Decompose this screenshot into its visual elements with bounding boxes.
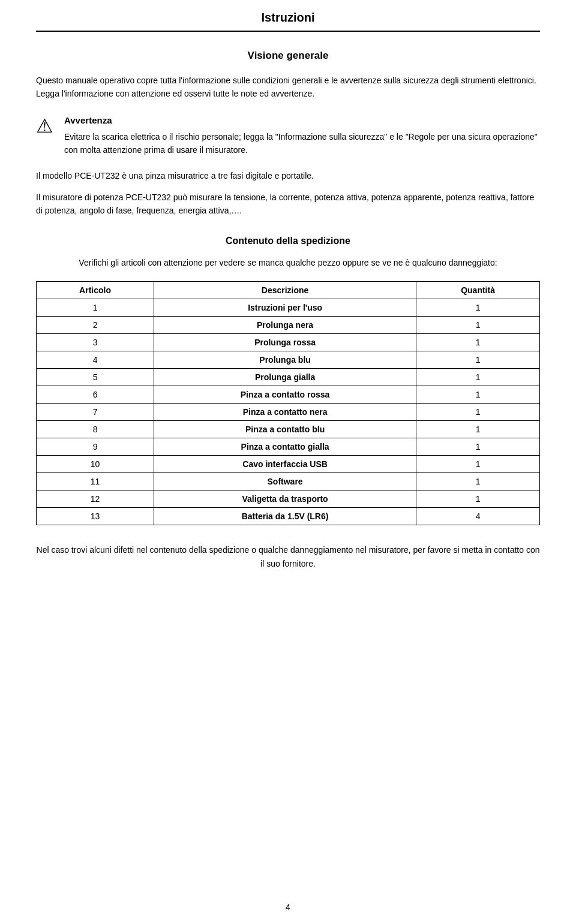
table-row: 5Prolunga gialla1: [37, 369, 540, 386]
cell-descrizione: Cavo interfaccia USB: [154, 456, 416, 473]
shipment-section: Contenuto della spedizione Verifichi gli…: [36, 236, 540, 525]
page-title: Istruzioni: [36, 11, 540, 25]
cell-descrizione: Valigetta da trasporto: [154, 490, 416, 508]
warning-icon: ⚠: [36, 116, 53, 136]
table-row: 6Pinza a contatto rossa1: [37, 386, 540, 404]
warning-text: Evitare la scarica elettrica o il rischi…: [64, 130, 540, 157]
footer-note: Nel caso trovi alcuni difetti nel conten…: [36, 543, 540, 570]
cell-descrizione: Prolunga gialla: [154, 369, 416, 386]
cell-articolo: 4: [37, 351, 154, 369]
body-text-2: Il misuratore di potenza PCE-UT232 può m…: [36, 191, 540, 218]
page-header: Istruzioni: [36, 0, 540, 32]
cell-articolo: 5: [37, 369, 154, 386]
cell-quantita: 1: [416, 334, 540, 351]
cell-quantita: 1: [416, 456, 540, 473]
page-container: Istruzioni Visione generale Questo manua…: [0, 0, 576, 924]
intro-paragraph: Questo manuale operativo copre tutta l'i…: [36, 74, 540, 101]
table-row: 13Batteria da 1.5V (LR6)4: [37, 508, 540, 525]
cell-articolo: 8: [37, 421, 154, 438]
table-row: 9Pinza a contatto gialla1: [37, 438, 540, 456]
shipment-title: Contenuto della spedizione: [36, 236, 540, 246]
col-header-quantita: Quantità: [416, 282, 540, 299]
cell-quantita: 1: [416, 351, 540, 369]
table-row: 4Prolunga blu1: [37, 351, 540, 369]
cell-quantita: 1: [416, 386, 540, 404]
table-row: 2Prolunga nera1: [37, 317, 540, 334]
col-header-descrizione: Descrizione: [154, 282, 416, 299]
cell-quantita: 4: [416, 508, 540, 525]
cell-quantita: 1: [416, 404, 540, 421]
table-row: 10Cavo interfaccia USB1: [37, 456, 540, 473]
table-row: 8Pinza a contatto blu1: [37, 421, 540, 438]
cell-descrizione: Pinza a contatto rossa: [154, 386, 416, 404]
table-body: 1Istruzioni per l'uso12Prolunga nera13Pr…: [37, 299, 540, 525]
cell-descrizione: Pinza a contatto nera: [154, 404, 416, 421]
table-row: 1Istruzioni per l'uso1: [37, 299, 540, 317]
cell-quantita: 1: [416, 421, 540, 438]
warning-content: Avvertenza Evitare la scarica elettrica …: [64, 115, 540, 157]
body-text-1: Il modello PCE-UT232 è una pinza misurat…: [36, 169, 540, 182]
items-table: Articolo Descrizione Quantità 1Istruzion…: [36, 281, 540, 525]
cell-quantita: 1: [416, 299, 540, 317]
table-header-row: Articolo Descrizione Quantità: [37, 282, 540, 299]
cell-descrizione: Batteria da 1.5V (LR6): [154, 508, 416, 525]
cell-quantita: 1: [416, 438, 540, 456]
page-number: 4: [0, 902, 576, 912]
table-header: Articolo Descrizione Quantità: [37, 282, 540, 299]
cell-descrizione: Prolunga nera: [154, 317, 416, 334]
table-row: 12Valigetta da trasporto1: [37, 490, 540, 508]
cell-descrizione: Istruzioni per l'uso: [154, 299, 416, 317]
cell-quantita: 1: [416, 473, 540, 490]
col-header-articolo: Articolo: [37, 282, 154, 299]
cell-articolo: 9: [37, 438, 154, 456]
cell-descrizione: Prolunga rossa: [154, 334, 416, 351]
table-row: 11Software1: [37, 473, 540, 490]
warning-title: Avvertenza: [64, 115, 540, 125]
warning-block: ⚠ Avvertenza Evitare la scarica elettric…: [36, 115, 540, 157]
cell-articolo: 13: [37, 508, 154, 525]
cell-descrizione: Software: [154, 473, 416, 490]
cell-articolo: 12: [37, 490, 154, 508]
shipment-intro: Verifichi gli articoli con attenzione pe…: [36, 256, 540, 269]
cell-articolo: 7: [37, 404, 154, 421]
table-row: 7Pinza a contatto nera1: [37, 404, 540, 421]
section-title: Visione generale: [36, 50, 540, 62]
table-row: 3Prolunga rossa1: [37, 334, 540, 351]
cell-descrizione: Prolunga blu: [154, 351, 416, 369]
cell-articolo: 10: [37, 456, 154, 473]
cell-quantita: 1: [416, 317, 540, 334]
cell-descrizione: Pinza a contatto gialla: [154, 438, 416, 456]
cell-articolo: 11: [37, 473, 154, 490]
cell-articolo: 2: [37, 317, 154, 334]
cell-quantita: 1: [416, 490, 540, 508]
cell-articolo: 1: [37, 299, 154, 317]
cell-articolo: 6: [37, 386, 154, 404]
cell-descrizione: Pinza a contatto blu: [154, 421, 416, 438]
cell-articolo: 3: [37, 334, 154, 351]
cell-quantita: 1: [416, 369, 540, 386]
